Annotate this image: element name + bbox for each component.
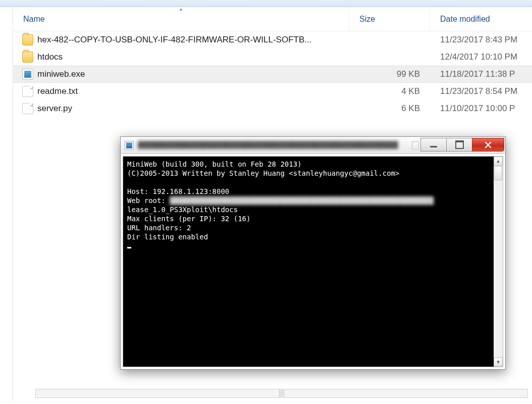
file-row[interactable]: server.py6 KB11/10/2017 10:00 P xyxy=(13,100,532,117)
console-line: Host: 192.168.1.123:8000 xyxy=(127,187,229,195)
file-icon xyxy=(22,86,33,97)
console-line: Dir listing enabled xyxy=(127,233,208,241)
file-date-cell: 11/10/2017 10:00 P xyxy=(430,104,532,114)
file-date-cell: 11/23/2017 8:43 PM xyxy=(430,35,532,45)
close-icon xyxy=(484,140,493,149)
toolbar-spacer xyxy=(0,0,532,7)
column-header-row: ▴ Name Size Date modified xyxy=(13,7,532,31)
window-controls xyxy=(421,137,505,154)
cursor-icon xyxy=(127,247,131,248)
file-name-label: hex-482--COPY-TO-USB-ONLY-IF-482-FIRMWAR… xyxy=(37,35,311,45)
console-line: MiniWeb (build 300, built on Feb 28 2013… xyxy=(127,160,302,168)
file-name-cell: server.py xyxy=(13,103,349,114)
file-row[interactable]: readme.txt4 KB11/23/2017 8:54 PM xyxy=(13,83,532,100)
redacted-path: ████████████████████████████████████████… xyxy=(170,196,434,205)
file-name-label: htdocs xyxy=(37,52,63,62)
file-date-cell: 12/4/2017 10:10 PM xyxy=(430,52,532,62)
file-name-label: server.py xyxy=(37,104,72,114)
console-line: URL handlers: 2 xyxy=(127,224,191,232)
console-vertical-scrollbar[interactable]: ▲ ▼ xyxy=(494,157,503,367)
column-header-size-label: Size xyxy=(359,15,375,24)
file-row[interactable]: htdocs12/4/2017 10:10 PM xyxy=(13,48,532,66)
console-line: (C)2005-2013 Written by Stanley Huang <s… xyxy=(127,169,399,177)
console-line: lease_1.0_PS3Xploit\htdocs xyxy=(127,206,238,214)
file-name-label: readme.txt xyxy=(37,86,78,96)
scroll-thumb[interactable] xyxy=(494,166,502,180)
column-header-name-label: Name xyxy=(23,15,45,24)
column-header-name[interactable]: ▴ Name xyxy=(13,7,349,31)
file-size-cell: 99 KB xyxy=(349,69,430,79)
file-row[interactable]: hex-482--COPY-TO-USB-ONLY-IF-482-FIRMWAR… xyxy=(13,31,532,48)
file-explorer: ▴ Name Size Date modified hex-482--COPY-… xyxy=(0,7,532,401)
file-name-cell: miniweb.exe xyxy=(13,69,349,80)
maximize-button[interactable] xyxy=(446,138,472,152)
column-header-date[interactable]: Date modified xyxy=(430,7,532,31)
scroll-up-button[interactable]: ▲ xyxy=(494,157,503,166)
folder-icon xyxy=(22,34,33,45)
console-titlebar[interactable]: ████████████████████████████████████████… xyxy=(121,137,505,154)
file-row[interactable]: miniweb.exe99 KB11/18/2017 11:38 P xyxy=(13,66,532,83)
system-menu-icon[interactable] xyxy=(412,141,419,149)
console-line: Max clients (per IP): 32 (16) xyxy=(127,215,250,223)
file-icon xyxy=(22,103,33,114)
horizontal-scrollbar[interactable] xyxy=(35,389,528,398)
console-frame: MiniWeb (build 300, built on Feb 28 2013… xyxy=(123,156,503,367)
scroll-thumb[interactable] xyxy=(279,390,284,397)
console-window: ████████████████████████████████████████… xyxy=(120,136,506,370)
sort-indicator-icon: ▴ xyxy=(180,6,182,12)
column-header-size[interactable]: Size xyxy=(349,7,430,31)
minimize-button[interactable] xyxy=(420,138,447,152)
console-output[interactable]: MiniWeb (build 300, built on Feb 28 2013… xyxy=(123,157,494,367)
nav-sidebar xyxy=(0,7,13,401)
file-name-label: miniweb.exe xyxy=(37,69,85,79)
file-size-cell: 6 KB xyxy=(349,104,430,114)
file-name-cell: htdocs xyxy=(13,52,349,63)
file-list: hex-482--COPY-TO-USB-ONLY-IF-482-FIRMWAR… xyxy=(13,31,532,117)
folder-icon xyxy=(22,52,33,63)
file-size-cell: 4 KB xyxy=(349,86,430,96)
scroll-down-button[interactable]: ▼ xyxy=(494,358,503,367)
file-name-cell: hex-482--COPY-TO-USB-ONLY-IF-482-FIRMWAR… xyxy=(13,34,349,45)
file-date-cell: 11/18/2017 11:38 P xyxy=(430,69,532,79)
scroll-track[interactable] xyxy=(494,181,503,358)
console-app-icon xyxy=(125,141,134,150)
close-button[interactable] xyxy=(472,138,504,152)
console-title-text: ████████████████████████████████████████… xyxy=(138,141,410,150)
exe-icon xyxy=(22,69,33,80)
column-header-date-label: Date modified xyxy=(440,15,490,24)
file-name-cell: readme.txt xyxy=(13,86,349,97)
file-date-cell: 11/23/2017 8:54 PM xyxy=(430,86,532,96)
console-line: Web root: xyxy=(127,196,170,205)
